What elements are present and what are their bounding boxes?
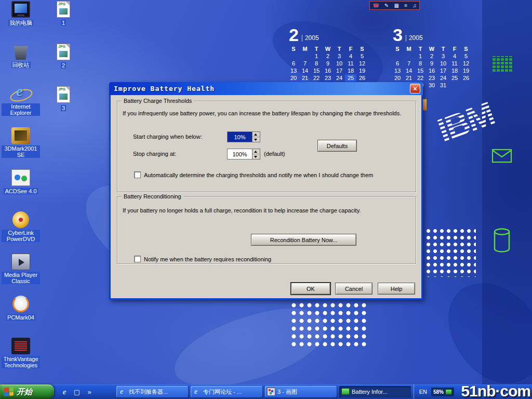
ok-button[interactable]: OK (291, 283, 330, 295)
language-indicator[interactable]: EN (419, 389, 427, 395)
start-threshold-spinner[interactable]: 10% (227, 131, 260, 142)
desktop-icon-internet-explorer[interactable]: Internet Explorer (1, 85, 41, 127)
calendar-date: 31 (437, 82, 449, 89)
calendar-date: 5 (460, 52, 472, 60)
ie-icon (193, 388, 201, 396)
close-icon[interactable] (410, 84, 420, 94)
taskbar-task-1[interactable]: 找不到服务器... (116, 386, 188, 397)
calendar-date: 15 (415, 67, 426, 74)
notify-recondition-label: Notify me when the battery requires reco… (144, 256, 271, 262)
desktop-icon-label: ACDSee 4.0 (4, 188, 37, 194)
calendar-date: 17 (334, 67, 345, 74)
battery-bar-icon (445, 389, 452, 395)
mpc-icon (11, 254, 30, 270)
show-desktop-icon[interactable] (73, 388, 81, 396)
calendar-march: 32005SMTWTFS1234567891011121314151617181… (392, 27, 472, 89)
calendar-day-header: T (415, 45, 426, 52)
desktop-icon-jpg-2[interactable]: 2 (44, 44, 83, 86)
auto-determine-label: Automatically determine the charging thr… (144, 172, 373, 178)
cancel-button[interactable]: Cancel (335, 283, 373, 295)
spin-up-icon[interactable] (252, 149, 260, 154)
stop-threshold-spinner[interactable]: 100% (227, 149, 260, 159)
calendar-empty-cell (392, 52, 403, 60)
desktop-icon-3dmark2001[interactable]: 3DMark2001 SE (1, 127, 41, 169)
improve-battery-health-dialog: Improve Battery Health Battery Charge Th… (109, 82, 423, 300)
calendar-date: 20 (288, 74, 299, 82)
quick-launch (58, 384, 96, 399)
taskbar-task-2[interactable]: 专门网论坛 - ... (191, 386, 262, 397)
desktop-icon-label: Media Player Classic (2, 272, 40, 284)
taskbar-task-4[interactable]: Battery Infor... (339, 386, 411, 397)
help-button[interactable]: Help (378, 283, 415, 295)
calendar-date: 10 (334, 60, 345, 67)
calendar-year: 2005 (302, 35, 319, 42)
calendar-date: 16 (426, 67, 437, 74)
desktop-icon-jpg-1[interactable]: 1 (44, 1, 83, 44)
reconditioning-description: If your battery no longer holds a full c… (123, 207, 361, 214)
internet-explorer-icon (11, 85, 30, 102)
battery-reconditioning-group: Battery Reconditioning If your battery n… (117, 196, 416, 264)
recycle-bin-icon (11, 43, 30, 60)
desktop-icon-recycle-bin[interactable]: 回收站 (1, 43, 41, 85)
taskbar: 开始 找不到服务器...专门网论坛 - ...3 - 画图Battery Inf… (0, 384, 532, 399)
pen-icon[interactable]: ✎ (384, 3, 389, 8)
spin-down-icon[interactable] (252, 137, 260, 142)
desktop-icon-label: 3 (61, 105, 66, 111)
battery-charge-thresholds-group: Battery Charge Thresholds If you infrequ… (117, 101, 416, 192)
spin-up-icon[interactable] (252, 132, 260, 137)
powerdvd-icon (12, 211, 29, 228)
calendar-date: 18 (345, 67, 356, 74)
calendar-date: 1 (415, 52, 426, 60)
calendar-date: 26 (460, 74, 472, 82)
launcher-toolbar[interactable]: ☎✎▦≡♫ (369, 1, 420, 10)
calendar-day-header: W (322, 45, 334, 52)
phone-icon[interactable]: ☎ (373, 3, 379, 8)
dialog-titlebar[interactable]: Improve Battery Health (109, 82, 423, 95)
start-charging-label: Start charging when below: (133, 134, 202, 140)
desktop-icon-label: PCMark04 (6, 314, 35, 321)
more-icon[interactable] (85, 388, 94, 396)
calendar-date: 7 (299, 60, 311, 67)
start-button[interactable]: 开始 (0, 384, 54, 399)
battery-tray-indicator[interactable]: 58% (431, 388, 454, 396)
task-label: Battery Infor... (352, 389, 387, 395)
my-computer-icon (11, 1, 30, 18)
spin-down-icon[interactable] (252, 154, 260, 159)
stop-charging-label: Stop charging at: (133, 151, 176, 157)
calendar-date: 8 (415, 60, 426, 67)
calendar-day-header: S (392, 45, 403, 52)
notify-recondition-checkbox[interactable] (134, 256, 141, 262)
desktop-icon-mpc[interactable]: Media Player Classic (1, 254, 41, 296)
group-title: Battery Charge Thresholds (122, 98, 194, 104)
calendar-day-header: F (345, 45, 356, 52)
start-threshold-value[interactable]: 10% (228, 132, 252, 142)
calendar-day-header: S (356, 45, 368, 52)
recondition-battery-button[interactable]: Recondition Battery Now... (251, 234, 356, 246)
ie-icon[interactable] (60, 388, 69, 396)
desktop-icon-thinkvantage[interactable]: ThinkVantage Technologies (1, 338, 41, 380)
watermark-51nb: 51nb·com (461, 382, 530, 399)
desktop-icon-pcmark04[interactable]: PCMark04 (1, 296, 41, 338)
grid-icon[interactable]: ▦ (394, 3, 399, 8)
3dmark2001-icon (11, 127, 30, 144)
desktop-icon-powerdvd[interactable]: CyberLink PowerDVD (1, 211, 41, 254)
calendar-date: 3 (437, 52, 449, 60)
spinner-buttons (252, 149, 260, 159)
taskbar-task-3[interactable]: 3 - 画图 (265, 386, 337, 397)
stop-threshold-value[interactable]: 100% (228, 149, 252, 159)
auto-determine-checkbox[interactable] (134, 171, 141, 178)
calendar-date: 4 (449, 52, 460, 60)
calendar-date: 22 (311, 74, 322, 82)
notify-recondition-checkbox-row: Notify me when the battery requires reco… (134, 256, 271, 262)
calendar-month: 2 (289, 27, 299, 43)
calendar-date: 26 (356, 74, 368, 82)
group-title: Battery Reconditioning (122, 193, 183, 200)
calendar-day-header: W (426, 45, 437, 52)
defaults-button[interactable]: Defaults (317, 140, 357, 152)
desktop-icon-jpg-3[interactable]: 3 (44, 86, 83, 129)
desktop-icon-label: CyberLink PowerDVD (2, 230, 40, 242)
desktop-icon-my-computer[interactable]: 我的电脑 (1, 1, 41, 43)
media-icon[interactable]: ♫ (413, 3, 417, 8)
desktop-icon-acdsee[interactable]: ACDSee 4.0 (1, 169, 41, 211)
menu-icon[interactable]: ≡ (404, 3, 407, 8)
